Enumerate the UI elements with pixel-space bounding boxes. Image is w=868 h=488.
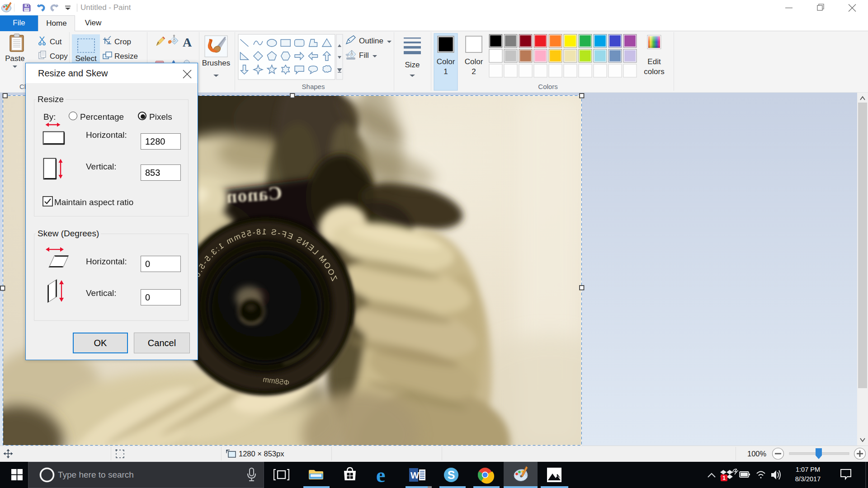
svg-text:1: 1 (443, 67, 448, 76)
svg-text:Brushes: Brushes (202, 59, 230, 67)
svg-text:Fill: Fill (359, 51, 369, 60)
svg-text:Paste: Paste (5, 54, 24, 63)
svg-text:Resize: Resize (114, 52, 138, 61)
svg-text:Crop: Crop (114, 38, 131, 46)
svg-text:Size: Size (405, 61, 420, 69)
svg-text:Canon: Canon (225, 183, 283, 207)
svg-text:Select: Select (75, 54, 97, 63)
svg-text:Copy: Copy (50, 52, 68, 61)
svg-text:A: A (183, 35, 192, 49)
svg-text:Shapes: Shapes (302, 83, 325, 90)
svg-text:W: W (410, 470, 419, 480)
svg-text:e: e (376, 464, 385, 487)
svg-text:S: S (448, 469, 455, 481)
svg-text:Color: Color (465, 57, 483, 66)
svg-text:1280 × 853px: 1280 × 853px (239, 450, 284, 458)
svg-text:Cut: Cut (50, 38, 62, 46)
svg-text:100%: 100% (747, 450, 767, 458)
svg-text:Edit: Edit (647, 57, 661, 66)
svg-text:2: 2 (472, 67, 476, 76)
svg-text:Colors: Colors (538, 83, 557, 90)
svg-text:Outline: Outline (359, 37, 383, 45)
svg-text:Color: Color (437, 57, 455, 66)
svg-text:colors: colors (644, 67, 664, 76)
svg-text:1: 1 (722, 475, 726, 481)
